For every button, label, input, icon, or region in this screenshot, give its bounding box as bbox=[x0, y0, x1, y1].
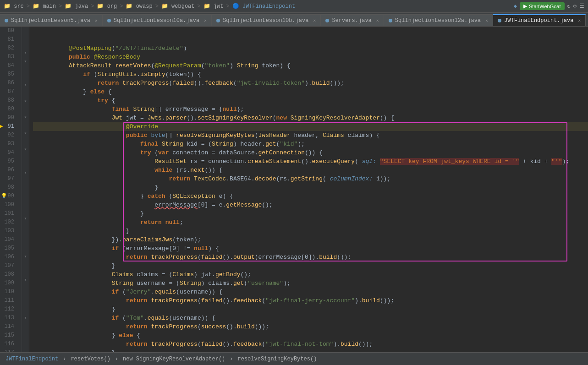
fold-93[interactable]: ▾ bbox=[22, 129, 29, 138]
lightbulb-icon-99[interactable]: 💡 bbox=[1, 192, 7, 201]
line-num-93: 93 bbox=[0, 140, 18, 148]
fold-103 bbox=[22, 207, 29, 214]
tab-close-3[interactable]: ✕ bbox=[313, 18, 316, 23]
fold-102 bbox=[22, 199, 29, 207]
fold-112[interactable]: ▾ bbox=[22, 276, 29, 284]
tab-dot-6 bbox=[498, 19, 501, 22]
top-nav-bar: 📁 src > 📁 main > 📁 java > 📁 org > 📁 owas… bbox=[0, 0, 588, 13]
tab-dot-5 bbox=[389, 19, 392, 22]
line-num-102: 102 bbox=[0, 218, 18, 227]
code-editor[interactable]: @PostMapping("/JWT/final/delete") public… bbox=[29, 27, 588, 352]
line-num-85: 85 bbox=[0, 70, 18, 79]
fold-121 bbox=[22, 345, 29, 352]
breadcrumb-sep-1: › bbox=[63, 356, 66, 362]
line-num-113: 113 bbox=[0, 314, 18, 322]
nav-item-main[interactable]: 📁 main bbox=[33, 3, 56, 10]
fold-109[interactable]: ▾ bbox=[22, 252, 29, 261]
fold-91[interactable]: ▾ bbox=[22, 113, 29, 122]
nav-item-jwt[interactable]: 📁 jwt bbox=[203, 3, 224, 10]
run-button[interactable]: ▶ StartWebGoat bbox=[520, 2, 565, 10]
fold-107 bbox=[22, 238, 29, 245]
line-num-86: 86 bbox=[0, 79, 18, 87]
tab-sqlinject12a[interactable]: SqlInjectionLesson12a.java ✕ bbox=[384, 14, 493, 26]
line-num-100: 100 bbox=[0, 201, 18, 209]
tab-close-4[interactable]: ✕ bbox=[376, 18, 379, 23]
fold-111 bbox=[22, 268, 29, 276]
line-num-105: 105 bbox=[0, 244, 18, 253]
fold-87[interactable]: ▾ bbox=[22, 81, 29, 89]
code-line-110: return trackProgress(failed().feedback("… bbox=[33, 288, 588, 296]
line-num-115: 115 bbox=[0, 331, 18, 340]
nav-refresh-icon[interactable]: ↻ bbox=[567, 3, 571, 10]
breadcrumb-4[interactable]: resolveSigningKeyBytes() bbox=[238, 356, 317, 362]
tab-sqlinject5[interactable]: SqlInjectionLesson5.java ✕ bbox=[0, 14, 103, 26]
code-line-97: } bbox=[33, 174, 588, 183]
code-line-108: String username = (String) claims.get("u… bbox=[33, 270, 588, 279]
fold-116 bbox=[22, 306, 29, 314]
tab-dot-2 bbox=[107, 19, 111, 22]
fold-95[interactable]: ▾ bbox=[22, 145, 29, 154]
tab-label-3: SqlInjectionLesson10b.java bbox=[223, 17, 308, 24]
line-num-90: 90 bbox=[0, 114, 18, 122]
fold-104[interactable]: ▾ bbox=[22, 214, 29, 223]
breadcrumb-3[interactable]: new SigningKeyResolverAdapter() bbox=[123, 356, 225, 362]
nav-item-owasp[interactable]: 📁 owasp bbox=[126, 3, 152, 10]
nav-sep-7: > bbox=[226, 3, 230, 10]
tab-sqlinject10a[interactable]: SqlInjectionLesson10a.java ✕ bbox=[103, 14, 212, 26]
tab-servers[interactable]: Servers.java ✕ bbox=[321, 14, 384, 26]
fold-105 bbox=[22, 223, 29, 230]
code-line-90: @Override bbox=[33, 114, 588, 122]
breadcrumb-2[interactable]: resetVotes() bbox=[71, 356, 110, 362]
fold-97 bbox=[22, 161, 29, 169]
nav-item-org[interactable]: 📁 org bbox=[97, 3, 117, 10]
line-num-82: 82 bbox=[0, 44, 18, 53]
tab-jwtfinal[interactable]: JWTFinalEndpoint.java ✕ bbox=[493, 14, 586, 26]
code-line-112: if ("Tom".equals(username)) { bbox=[33, 305, 588, 314]
fold-89[interactable]: ▾ bbox=[22, 97, 29, 106]
fold-83[interactable]: ▾ bbox=[22, 49, 29, 57]
code-line-83: AttackResult resetVotes(@RequestParam("t… bbox=[33, 53, 588, 61]
fold-119 bbox=[22, 330, 29, 338]
line-num-94: 94 bbox=[0, 148, 18, 157]
tab-close-6[interactable]: ✕ bbox=[578, 18, 581, 23]
line-num-111: 111 bbox=[0, 296, 18, 305]
line-num-95: 95 bbox=[0, 157, 18, 166]
breadcrumb-1[interactable]: JWTFinalEndpoint bbox=[5, 356, 58, 362]
nav-item-webgoat[interactable]: 📁 webgoat bbox=[161, 3, 195, 10]
code-line-92: final String kid = (String) header.get("… bbox=[33, 131, 588, 140]
fold-101 bbox=[22, 192, 29, 199]
fold-108 bbox=[22, 245, 29, 252]
tab-sqlinject10b[interactable]: SqlInjectionLesson10b.java ✕ bbox=[212, 14, 321, 26]
fold-98[interactable]: ▾ bbox=[22, 169, 29, 177]
nav-item-class[interactable]: 🔵 JWTFinalEndpoint bbox=[232, 3, 295, 10]
code-line-95: while (rs.next()) { bbox=[33, 157, 588, 166]
breadcrumb-sep-2: › bbox=[115, 356, 118, 362]
line-num-81: 81 bbox=[0, 35, 18, 44]
nav-menu-icon[interactable]: ☰ bbox=[579, 3, 584, 10]
nav-item-java[interactable]: 📁 java bbox=[65, 3, 88, 10]
nav-sep-5: > bbox=[155, 3, 159, 10]
tab-close-1[interactable]: ✕ bbox=[95, 18, 98, 23]
line-num-107: 107 bbox=[0, 261, 18, 270]
code-line-88: final String[] errorMessage = {null}; bbox=[33, 96, 588, 105]
run-icon: ▶ bbox=[523, 3, 527, 9]
status-bar: JWTFinalEndpoint › resetVotes() › new Si… bbox=[0, 352, 588, 365]
line-num-84: 84 bbox=[0, 61, 18, 70]
code-line-117: } catch (JwtException e) { bbox=[33, 349, 588, 352]
fold-81 bbox=[22, 34, 29, 41]
fold-84[interactable]: ▾ bbox=[22, 57, 29, 66]
line-num-108: 108 bbox=[0, 270, 18, 279]
fold-117[interactable]: ▾ bbox=[22, 314, 29, 322]
tab-close-2[interactable]: ✕ bbox=[204, 18, 207, 23]
nav-icon-pointer: ◆ bbox=[514, 3, 517, 10]
fold-column: ▾ ▾ ▾ ▾ ▾ ▾ ▾ ▾ ▾ ▾ ▾ ▾ bbox=[22, 27, 29, 352]
code-line-109: if ("Jerry".equals(username)) { bbox=[33, 279, 588, 288]
fold-94 bbox=[22, 138, 29, 145]
tab-close-5[interactable]: ✕ bbox=[485, 18, 488, 23]
nav-item-src[interactable]: 📁 src bbox=[4, 3, 24, 10]
code-line-116: } bbox=[33, 340, 588, 349]
code-line-93: try (var connection = dataSource.getConn… bbox=[33, 140, 588, 148]
line-num-87: 87 bbox=[0, 87, 18, 96]
fold-96 bbox=[22, 154, 29, 161]
nav-gear-icon[interactable]: ⚙ bbox=[573, 3, 577, 10]
